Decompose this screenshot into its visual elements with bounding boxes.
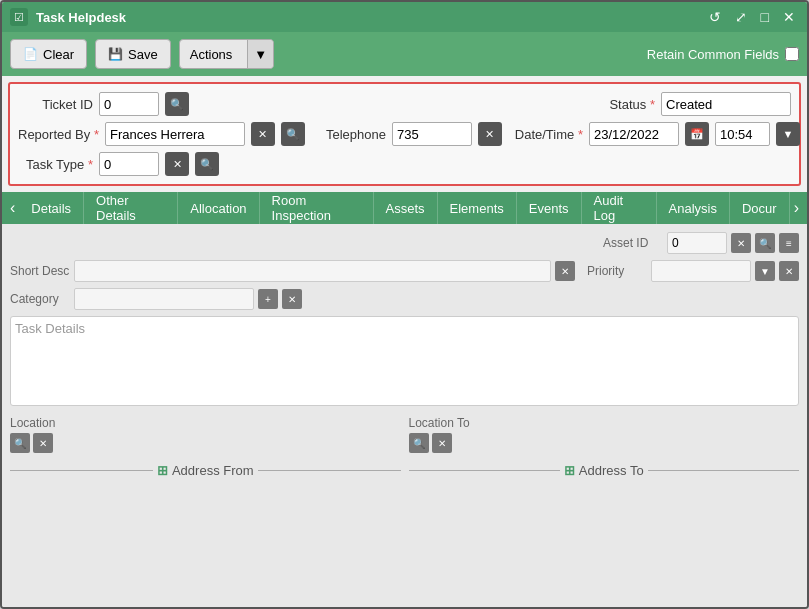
form-row-3: Task Type * ✕ 🔍 [18,152,791,176]
telephone-input[interactable] [392,122,472,146]
time-input[interactable] [715,122,770,146]
tab-prev-button[interactable]: ‹ [6,199,19,217]
tab-other-details[interactable]: Other Details [84,192,178,224]
location-search-button[interactable]: 🔍 [10,433,30,453]
asset-id-search-button[interactable]: 🔍 [755,233,775,253]
date-input[interactable] [589,122,679,146]
location-x-button[interactable]: ✕ [33,433,53,453]
save-icon: 💾 [108,47,123,61]
actions-label: Actions [190,47,233,62]
location-to-x-button[interactable]: ✕ [432,433,452,453]
address-from-text: Address From [172,463,254,478]
tab-audit-log[interactable]: Audit Log [582,192,657,224]
address-to-label: ⊞ Address To [564,463,644,478]
actions-main-button[interactable]: Actions [180,40,243,68]
task-type-clear-button[interactable]: ✕ [165,152,189,176]
category-label: Category [10,292,70,306]
tab-docur[interactable]: Docur [730,192,790,224]
title-controls: ↺ ⤢ □ ✕ [705,7,799,27]
asset-id-x-button[interactable]: ✕ [731,233,751,253]
short-desc-label: Short Desc [10,264,70,278]
clear-button[interactable]: 📄 Clear [10,39,87,69]
actions-arrow-button[interactable]: ▼ [247,40,273,68]
clear-icon: 📄 [23,47,38,61]
location-label: Location [10,416,401,430]
location-to-search-button[interactable]: 🔍 [409,433,429,453]
reported-by-label: Reported By * [18,127,99,142]
task-type-input[interactable] [99,152,159,176]
close-button[interactable]: ✕ [779,7,799,27]
actions-dropdown[interactable]: Actions ▼ [179,39,275,69]
address-from-line-left [10,470,153,471]
tab-room-inspection[interactable]: Room Inspection [260,192,374,224]
short-desc-x-button[interactable]: ✕ [555,261,575,281]
address-to-plus-icon: ⊞ [564,463,575,478]
save-button[interactable]: 💾 Save [95,39,171,69]
toolbar: 📄 Clear 💾 Save Actions ▼ Retain Common F… [2,32,807,76]
main-content: Asset ID ✕ 🔍 ≡ Short Desc ✕ Priority ▼ ✕… [2,224,807,607]
status-input[interactable] [661,92,791,116]
calendar-button[interactable]: 📅 [685,122,709,146]
tabs-bar: ‹ Details Other Details Allocation Room … [2,192,807,224]
asset-id-label: Asset ID [603,236,663,250]
task-details-box[interactable]: Task Details [10,316,799,406]
location-to-group: Location To 🔍 ✕ [409,416,800,453]
address-to-group: ⊞ Address To [409,463,800,478]
task-type-search-button[interactable]: 🔍 [195,152,219,176]
form-row-2: Reported By * ✕ 🔍 Telephone ✕ Date/Time … [18,122,791,146]
tab-details[interactable]: Details [19,192,84,224]
short-desc-row: Short Desc ✕ Priority ▼ ✕ [10,260,799,282]
retain-checkbox[interactable] [785,47,799,61]
datetime-label: Date/Time * [508,127,583,142]
task-details-label: Task Details [15,321,85,336]
ticket-search-button[interactable]: 🔍 [165,92,189,116]
tab-events[interactable]: Events [517,192,582,224]
status-label: Status * [580,97,655,112]
address-to-line-left [409,470,560,471]
time-dropdown-button[interactable]: ▼ [776,122,800,146]
reported-by-search-button[interactable]: 🔍 [281,122,305,146]
priority-input[interactable] [651,260,751,282]
retain-label-text: Retain Common Fields [647,47,779,62]
tab-next-button[interactable]: › [790,199,803,217]
tab-assets[interactable]: Assets [374,192,438,224]
priority-dropdown-button[interactable]: ▼ [755,261,775,281]
window-title: Task Helpdesk [36,10,697,25]
asset-id-row: Asset ID ✕ 🔍 ≡ [10,232,799,254]
asset-id-extra-button[interactable]: ≡ [779,233,799,253]
location-row: Location 🔍 ✕ Location To 🔍 ✕ [10,416,799,453]
location-group: Location 🔍 ✕ [10,416,401,453]
category-input[interactable] [74,288,254,310]
reported-by-clear-button[interactable]: ✕ [251,122,275,146]
tab-analysis[interactable]: Analysis [657,192,730,224]
tab-allocation[interactable]: Allocation [178,192,259,224]
form-section: Ticket ID 🔍 Status * Reported By * ✕ 🔍 T… [8,82,801,186]
reported-by-input[interactable] [105,122,245,146]
refresh-button[interactable]: ↺ [705,7,725,27]
short-desc-input[interactable] [74,260,551,282]
location-buttons: 🔍 ✕ [10,433,401,453]
address-from-label: ⊞ Address From [157,463,254,478]
telephone-clear-button[interactable]: ✕ [478,122,502,146]
save-label: Save [128,47,158,62]
tab-elements[interactable]: Elements [438,192,517,224]
clear-label: Clear [43,47,74,62]
maximize-button[interactable]: □ [757,7,773,27]
priority-label: Priority [587,264,647,278]
ticket-id-input[interactable] [99,92,159,116]
task-type-label: Task Type * [18,157,93,172]
retain-common-fields: Retain Common Fields [647,47,799,62]
address-from-plus-icon: ⊞ [157,463,168,478]
category-x-button[interactable]: ✕ [282,289,302,309]
category-add-button[interactable]: + [258,289,278,309]
app-icon: ☑ [10,8,28,26]
resize-button[interactable]: ⤢ [731,7,751,27]
form-row-1: Ticket ID 🔍 Status * [18,92,791,116]
address-to-line-right [648,470,799,471]
category-row: Category + ✕ [10,288,799,310]
title-bar: ☑ Task Helpdesk ↺ ⤢ □ ✕ [2,2,807,32]
telephone-label: Telephone [311,127,386,142]
location-to-label: Location To [409,416,800,430]
priority-x-button[interactable]: ✕ [779,261,799,281]
asset-id-input[interactable] [667,232,727,254]
